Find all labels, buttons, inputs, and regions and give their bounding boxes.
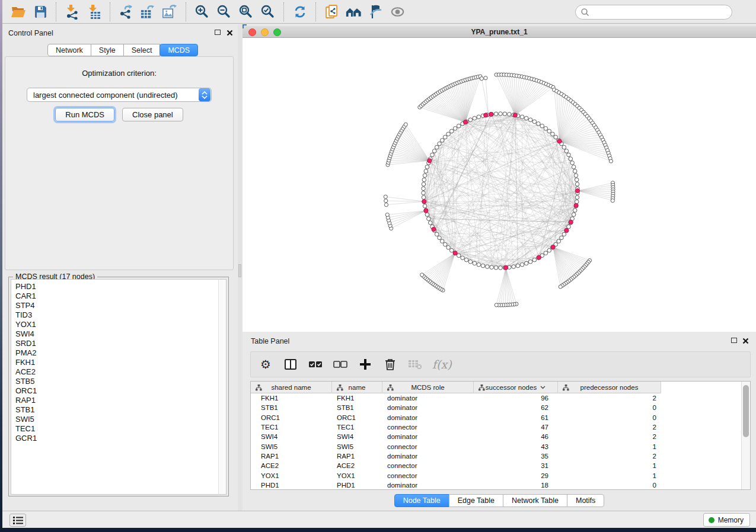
tab-select[interactable]: Select — [123, 44, 161, 56]
ring-node[interactable] — [446, 132, 451, 136]
table-row[interactable]: ORC1ORC1dominator610 — [251, 413, 742, 422]
criterion-dropdown[interactable]: largest connected component (undirected) — [27, 88, 212, 102]
leaf-node[interactable] — [420, 273, 424, 277]
ring-node[interactable] — [435, 145, 439, 149]
ring-node[interactable] — [424, 169, 428, 174]
ring-node[interactable] — [575, 200, 579, 204]
ring-node[interactable] — [569, 157, 573, 161]
ring-node[interactable] — [446, 245, 451, 249]
mcds-result-item[interactable]: TEC1 — [15, 424, 219, 434]
table-scrollbar[interactable] — [741, 382, 750, 489]
mcds-hub-node[interactable] — [484, 113, 488, 117]
mcds-result-item[interactable]: STB5 — [15, 377, 219, 386]
mcds-hub-node[interactable] — [432, 227, 436, 231]
ring-node[interactable] — [544, 251, 548, 255]
ring-node[interactable] — [468, 118, 473, 122]
ring-node[interactable] — [544, 127, 548, 131]
ring-node[interactable] — [425, 165, 429, 169]
network-canvas[interactable] — [243, 38, 756, 332]
ring-node[interactable] — [528, 118, 532, 122]
leaf-node[interactable] — [609, 159, 613, 163]
table-row[interactable]: SWI5SWI5connector431 — [251, 441, 742, 451]
table-scrollbar-thumb[interactable] — [743, 385, 749, 437]
network-overview-icon[interactable] — [346, 4, 362, 20]
ring-node[interactable] — [562, 232, 566, 236]
mcds-result-item[interactable]: CAR1 — [15, 291, 219, 301]
ring-node[interactable] — [547, 248, 551, 252]
leaf-node[interactable] — [495, 303, 498, 307]
mcds-result-item[interactable]: YOX1 — [15, 320, 219, 329]
mcds-hub-node[interactable] — [428, 159, 432, 163]
ring-node[interactable] — [473, 116, 477, 120]
zoom-out-icon[interactable] — [216, 4, 232, 20]
ring-node[interactable] — [457, 254, 461, 258]
mcds-result-item[interactable]: PHD1 — [15, 282, 219, 291]
mcds-result-item[interactable]: SWI4 — [15, 329, 219, 339]
tab-node-table[interactable]: Node Table — [394, 494, 449, 507]
import-table-icon[interactable] — [86, 4, 102, 20]
column-header-MCDS-role[interactable]: MCDS role — [382, 382, 474, 393]
ring-node[interactable] — [574, 174, 578, 178]
ring-node[interactable] — [490, 265, 494, 270]
ring-node[interactable] — [499, 112, 503, 116]
ring-node[interactable] — [457, 124, 461, 128]
mcds-result-item[interactable]: FKH1 — [15, 358, 219, 367]
ring-node[interactable] — [494, 112, 498, 116]
ring-node[interactable] — [425, 213, 429, 217]
table-row[interactable]: YOX1YOX1connector291 — [251, 470, 742, 480]
close-panel-icon[interactable] — [227, 30, 233, 36]
ring-node[interactable] — [575, 196, 579, 200]
export-network-icon[interactable] — [118, 4, 134, 20]
task-history-button[interactable] — [9, 514, 26, 527]
mcds-hub-node[interactable] — [537, 255, 541, 259]
ring-node[interactable] — [532, 258, 537, 262]
ring-node[interactable] — [422, 178, 426, 182]
vertical-splitter[interactable] — [238, 24, 243, 511]
leaf-node[interactable] — [484, 76, 487, 80]
export-table-icon[interactable] — [140, 4, 156, 20]
ring-node[interactable] — [524, 261, 528, 265]
ring-node[interactable] — [567, 225, 571, 229]
float-table-panel-icon[interactable] — [731, 338, 737, 343]
add-column-icon[interactable] — [358, 357, 373, 372]
ring-node[interactable] — [554, 135, 558, 139]
ring-node[interactable] — [435, 232, 439, 236]
mcds-hub-node[interactable] — [453, 251, 457, 255]
ring-node[interactable] — [428, 221, 432, 225]
ring-node[interactable] — [503, 112, 507, 116]
table-row[interactable]: TEC1TEC1connector472 — [251, 422, 742, 432]
table-row[interactable]: ACE2ACE2connector311 — [251, 461, 742, 470]
ring-node[interactable] — [573, 209, 577, 213]
mcds-result-item[interactable]: SRD1 — [15, 339, 219, 348]
ring-node[interactable] — [540, 124, 544, 128]
ring-node[interactable] — [524, 116, 528, 120]
leaf-node[interactable] — [385, 213, 389, 216]
ring-node[interactable] — [575, 182, 579, 187]
ring-node[interactable] — [427, 217, 431, 221]
ring-node[interactable] — [422, 191, 426, 195]
memory-button[interactable]: Memory — [703, 513, 750, 527]
ring-node[interactable] — [481, 264, 485, 268]
ring-node[interactable] — [443, 135, 447, 139]
mcds-hub-node[interactable] — [422, 199, 426, 203]
ring-node[interactable] — [537, 122, 541, 126]
ring-node[interactable] — [486, 265, 490, 269]
ring-node[interactable] — [468, 259, 473, 264]
ring-node[interactable] — [572, 213, 576, 217]
eye-icon[interactable] — [390, 4, 406, 20]
destroy-table-icon[interactable] — [407, 357, 423, 372]
tab-network-table[interactable]: Network Table — [503, 494, 567, 507]
mcds-result-item[interactable]: RAP1 — [15, 396, 219, 405]
table-row[interactable]: RAP1RAP1dominator352 — [251, 451, 742, 461]
mcds-result-item[interactable]: TID3 — [15, 310, 219, 320]
ring-node[interactable] — [572, 165, 576, 169]
ring-node[interactable] — [547, 129, 551, 133]
column-header-shared-name[interactable]: shared name — [251, 382, 332, 393]
mcds-hub-node[interactable] — [557, 139, 562, 143]
ring-node[interactable] — [494, 265, 498, 270]
ring-node[interactable] — [422, 187, 426, 191]
ring-node[interactable] — [562, 145, 566, 149]
mcds-result-list[interactable]: PHD1CAR1STP4TID3YOX1SWI4SRD1PMA2FKH1ACE2… — [11, 279, 219, 495]
network-window-titlebar[interactable]: YPA_prune.txt_1 — [243, 26, 756, 38]
mcds-result-item[interactable]: STP4 — [15, 301, 219, 310]
